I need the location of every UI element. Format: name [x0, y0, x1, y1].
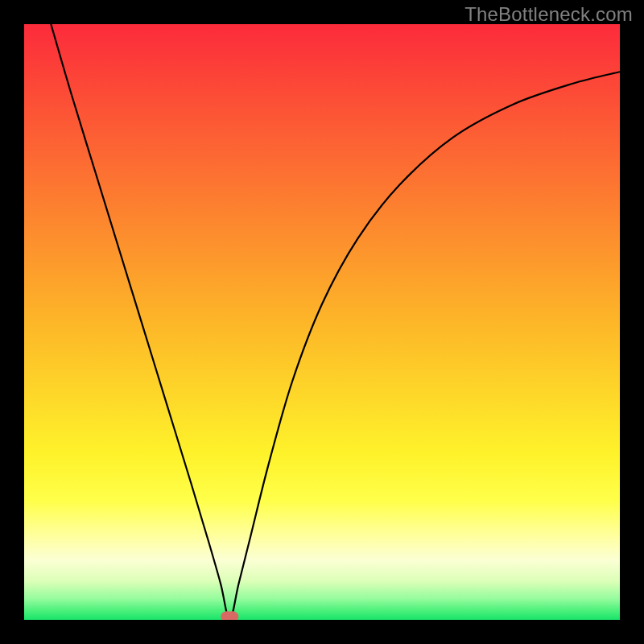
chart-frame: TheBottleneck.com: [0, 0, 644, 644]
plot-area: [24, 24, 620, 620]
minimum-marker: [221, 612, 238, 621]
svg-rect-2: [225, 612, 233, 621]
gradient-background: [24, 24, 620, 620]
watermark-text: TheBottleneck.com: [464, 3, 633, 26]
chart-svg: [24, 24, 620, 620]
